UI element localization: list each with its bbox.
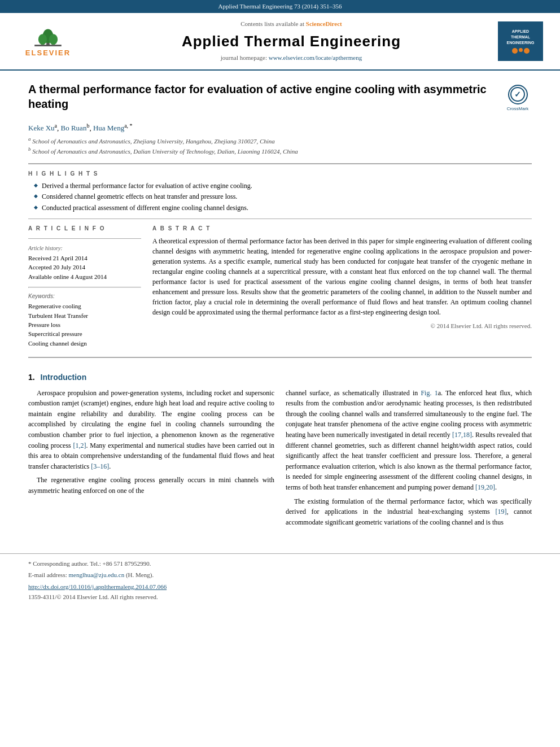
journal-homepage: journal homepage: www.elsevier.com/locat… xyxy=(90,54,492,62)
homepage-link[interactable]: www.elsevier.com/locate/apthermeng xyxy=(269,54,362,61)
article-info-col: A R T I C L E I N F O Article history: R… xyxy=(28,225,141,348)
author-hua-meng[interactable]: Hua Meng xyxy=(93,124,124,132)
intro-para-1: Aerospace propulsion and power-generatio… xyxy=(28,388,274,472)
divider-2 xyxy=(28,219,532,219)
accepted-date: Accepted 20 July 2014 xyxy=(28,263,141,272)
affiliation-b: b School of Aeronautics and Astronautics… xyxy=(28,146,532,156)
email-note: E-mail address: menglhua@zju.edu.cn (H. … xyxy=(28,571,532,579)
keyword-5: Cooling channel design xyxy=(28,339,141,348)
sciencedirect-link[interactable]: ScienceDirect xyxy=(306,20,342,27)
elsevier-logo: ELSEVIER xyxy=(25,24,71,58)
intro-col-left: Aerospace propulsion and power-generatio… xyxy=(28,388,274,531)
doi-line: http://dx.doi.org/10.1016/j.applthermale… xyxy=(28,582,532,592)
intro-body-cols: Aerospace propulsion and power-generatio… xyxy=(28,388,532,531)
journal-citation: Applied Thermal Engineering 73 (2014) 35… xyxy=(218,3,342,10)
affiliations: a School of Aeronautics and Astronautics… xyxy=(28,136,532,156)
divider-ai-1 xyxy=(28,238,141,239)
author-bo-ruan[interactable]: Bo Ruan xyxy=(61,124,87,132)
abstract-label: A B S T R A C T xyxy=(152,225,532,233)
ref-1-2[interactable]: [1,2] xyxy=(73,442,86,449)
keyword-4: Supercritical pressure xyxy=(28,330,141,338)
abstract-col: A B S T R A C T A theoretical expression… xyxy=(152,225,532,348)
copyright-notice: © 2014 Elsevier Ltd. All rights reserved… xyxy=(152,322,532,330)
intro-para-4: The existing formulation of the thermal … xyxy=(286,496,532,528)
authors-line: Keke Xua, Bo Ruanb, Hua Menga, * xyxy=(28,122,532,134)
sciencedirect-line: Contents lists available at ScienceDirec… xyxy=(90,20,492,28)
svg-point-3 xyxy=(49,34,58,45)
page-footer: * Corresponding author. Tel.: +86 571 87… xyxy=(0,553,560,607)
author-email[interactable]: menglhua@zju.edu.cn xyxy=(68,571,124,578)
highlight-item-2: Considered channel geometric effects on … xyxy=(34,192,532,202)
corresponding-author-note: * Corresponding author. Tel.: +86 571 87… xyxy=(28,560,532,568)
svg-rect-4 xyxy=(34,45,62,46)
crossmark-icon: ✓ xyxy=(508,85,528,104)
affiliation-a: a School of Aeronautics and Astronautics… xyxy=(28,136,532,146)
keyword-1: Regenerative cooling xyxy=(28,302,141,311)
elsevier-wordmark: ELSEVIER xyxy=(25,48,71,58)
intro-para-3: channel surface, as schematically illust… xyxy=(286,388,532,493)
keywords-label: Keywords: xyxy=(28,292,141,300)
history-label: Article history: xyxy=(28,244,141,252)
doi-link[interactable]: http://dx.doi.org/10.1016/j.applthermale… xyxy=(28,583,167,590)
journal-header-left: ELSEVIER xyxy=(11,24,85,58)
abstract-text: A theoretical expression of thermal perf… xyxy=(152,236,532,317)
footer-copyright: 1359-4311/© 2014 Elsevier Ltd. All right… xyxy=(28,593,532,601)
ref-17-18[interactable]: [17,18] xyxy=(452,431,472,439)
elsevier-tree-icon xyxy=(31,24,65,47)
intro-para-2: The regenerative engine cooling process … xyxy=(28,475,274,496)
svg-text:✓: ✓ xyxy=(514,90,521,99)
logo-circle-2 xyxy=(519,48,523,52)
journal-logo-box: APPLIEDTHERMALENGINEERING xyxy=(498,21,543,61)
crossmark-svg: ✓ xyxy=(510,86,526,102)
section-number: 1. xyxy=(28,373,35,382)
keyword-3: Pressure loss xyxy=(28,321,141,329)
journal-header-right: APPLIEDTHERMALENGINEERING xyxy=(498,21,549,61)
article-info-abstract: A R T I C L E I N F O Article history: R… xyxy=(28,225,532,348)
divider-3 xyxy=(28,357,532,358)
received-date: Received 21 April 2014 xyxy=(28,254,141,263)
highlights-label: H I G H L I G H T S xyxy=(28,170,532,178)
section-title-text: Introduction xyxy=(41,373,87,382)
journal-header: ELSEVIER Contents lists available at Sci… xyxy=(0,13,560,70)
highlights-list: Derived a thermal performance factor for… xyxy=(34,181,532,213)
journal-header-center: Contents lists available at ScienceDirec… xyxy=(90,20,492,62)
logo-circles xyxy=(512,48,530,54)
main-content: A thermal performance factor for evaluat… xyxy=(0,71,560,543)
ref-19[interactable]: [19] xyxy=(495,508,506,516)
ref-3-16[interactable]: [3–16] xyxy=(91,462,109,470)
ref-fig1[interactable]: Fig. 1 xyxy=(421,389,438,397)
crossmark-badge: ✓ CrossMark xyxy=(504,85,532,112)
journal-title: Applied Thermal Engineering xyxy=(90,31,492,51)
logo-text: APPLIEDTHERMALENGINEERING xyxy=(506,29,534,45)
introduction-section: 1. Introduction Aerospace propulsion and… xyxy=(28,372,532,531)
logo-circle-3 xyxy=(524,48,530,54)
ref-19-20[interactable]: [19,20] xyxy=(475,483,495,491)
keyword-2: Turbulent Heat Transfer xyxy=(28,312,141,320)
divider-1 xyxy=(28,163,532,164)
article-history: Article history: Received 21 April 2014 … xyxy=(28,244,141,281)
top-bar: Applied Thermal Engineering 73 (2014) 35… xyxy=(0,0,560,13)
article-title-section: A thermal performance factor for evaluat… xyxy=(28,82,532,116)
intro-col-right: channel surface, as schematically illust… xyxy=(286,388,532,531)
available-date: Available online 4 August 2014 xyxy=(28,273,141,281)
article-info-label: A R T I C L E I N F O xyxy=(28,225,141,233)
highlight-item-1: Derived a thermal performance factor for… xyxy=(34,181,532,191)
section-title: 1. Introduction xyxy=(28,372,532,383)
article-title: A thermal performance factor for evaluat… xyxy=(28,82,495,111)
logo-circle-1 xyxy=(512,48,518,54)
author-keke-xu[interactable]: Keke Xu xyxy=(28,124,55,132)
highlight-item-3: Conducted practical assessment of differ… xyxy=(34,203,532,213)
crossmark-text: CrossMark xyxy=(507,106,529,112)
svg-point-2 xyxy=(38,34,47,45)
divider-ai-2 xyxy=(28,287,141,288)
